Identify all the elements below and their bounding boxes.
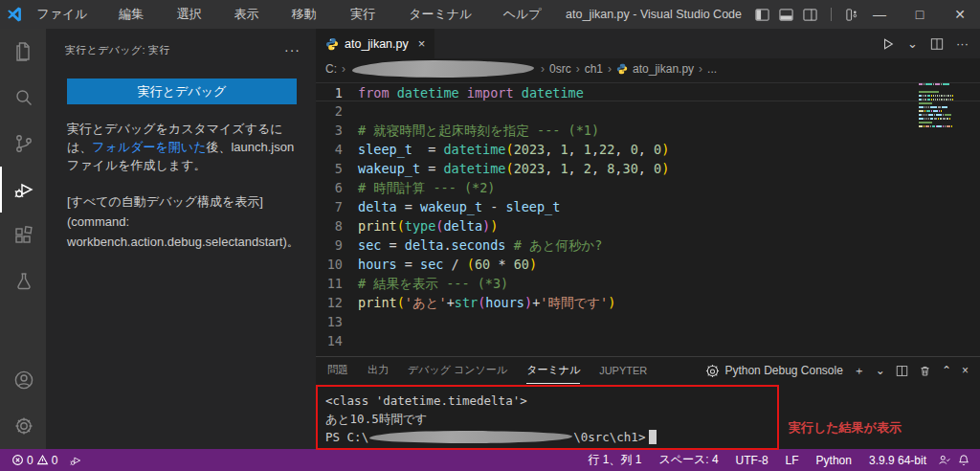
- feedback-icon[interactable]: [938, 454, 951, 467]
- menu-item[interactable]: ヘルプ(H): [495, 0, 566, 29]
- new-terminal-icon[interactable]: ＋: [854, 363, 865, 379]
- toggle-secondary-sidebar-icon[interactable]: [803, 8, 817, 22]
- panel-tab[interactable]: ターミナル: [526, 357, 580, 384]
- code-line: 2: [316, 101, 980, 121]
- warning-count: 0: [52, 454, 58, 467]
- run-dropdown-icon[interactable]: ⌄: [907, 36, 918, 51]
- sidebar-item-search[interactable]: [0, 75, 46, 121]
- minimap-line: [919, 129, 953, 131]
- breadcrumb-0src[interactable]: 0src: [549, 62, 571, 76]
- maximize-panel-icon[interactable]: ⌃: [942, 364, 951, 377]
- terminal-cursor: [649, 430, 657, 444]
- activity-bar: [0, 29, 46, 449]
- line-number: 6: [316, 178, 358, 197]
- sidebar-item-extensions[interactable]: [0, 213, 46, 258]
- sidebar-item-settings[interactable]: [0, 403, 46, 449]
- chevron-right-icon: ›: [576, 62, 580, 76]
- close-panel-icon[interactable]: ×: [962, 364, 969, 377]
- panel-tab[interactable]: 問題: [327, 357, 348, 384]
- editor-more-icon[interactable]: ···: [956, 36, 969, 51]
- code-line: 6# 時間計算 --- (*2): [316, 178, 980, 197]
- breadcrumb-ch1[interactable]: ch1: [585, 62, 603, 76]
- extensions-icon: [12, 224, 35, 247]
- minimap-line: [919, 99, 953, 101]
- vscode-window: ファイル(F)編集(E)選択(S)表示(V)移動(G)実行(R)ターミナル(T)…: [0, 0, 980, 471]
- line-number: 11: [316, 274, 358, 293]
- panel-tab[interactable]: JUPYTER: [599, 357, 647, 384]
- run-and-debug-button[interactable]: 実行とデバッグ: [67, 78, 297, 104]
- status-item[interactable]: 3.9.9 64-bit: [863, 449, 932, 471]
- minimap[interactable]: [919, 83, 953, 137]
- minimap-line: [919, 102, 953, 104]
- sidebar-item-testing[interactable]: [0, 258, 46, 304]
- line-number: 14: [316, 331, 358, 350]
- breadcrumb-symbol-more[interactable]: ...: [707, 62, 717, 76]
- line-number: 9: [316, 236, 358, 255]
- sidebar-item-account[interactable]: [0, 357, 46, 403]
- tab-close-icon[interactable]: ×: [418, 36, 426, 51]
- toggle-panel-icon[interactable]: [779, 8, 793, 22]
- status-item[interactable]: LF: [780, 449, 805, 471]
- tab-ato-jikan[interactable]: ato_jikan.py ×: [316, 29, 435, 58]
- close-button[interactable]: ✕: [940, 0, 980, 29]
- code-line: 8print(type(delta)): [316, 216, 980, 236]
- sidebar-item-run-and-debug[interactable]: [0, 167, 46, 213]
- menu-item[interactable]: 移動(G): [283, 0, 343, 29]
- terminal-dropdown-icon[interactable]: ⌄: [876, 364, 885, 377]
- sidebar-more-icon[interactable]: ···: [284, 42, 301, 57]
- menu-item[interactable]: ターミナル(T): [400, 0, 495, 29]
- terminal-profile[interactable]: Python Debug Console: [705, 364, 842, 378]
- panel-tab[interactable]: デバッグ コンソール: [408, 357, 507, 384]
- chevron-right-icon: ›: [541, 62, 545, 76]
- problems-status[interactable]: 0 0: [8, 449, 61, 471]
- minimap-line: [919, 106, 953, 108]
- open-folder-link[interactable]: フォルダーを開いた: [92, 140, 206, 154]
- menu-item[interactable]: 選択(S): [167, 0, 225, 29]
- python-debug-console-icon: [705, 364, 720, 378]
- menu-bar: ファイル(F)編集(E)選択(S)表示(V)移動(G)実行(R)ターミナル(T)…: [28, 0, 566, 29]
- minimap-line: [919, 122, 953, 123]
- error-count: 0: [27, 454, 33, 467]
- command-line-2: workbench.action.debug.selectandstart)。: [67, 232, 297, 252]
- code-line: 1from datetime import datetime: [316, 82, 980, 101]
- toggle-sidebar-icon[interactable]: [755, 8, 769, 22]
- sidebar-title: 実行とデバッグ: 実行: [65, 43, 170, 57]
- notifications-bell-icon[interactable]: [957, 454, 970, 467]
- code-line: 3# 就寝時間と起床時刻を指定 --- (*1): [316, 121, 980, 140]
- debug-status[interactable]: [65, 449, 86, 471]
- auto-debug-block: [すべての自動デバッグ構成を表示] (command: workbench.ac…: [67, 191, 297, 252]
- sidebar-item-explorer[interactable]: [0, 29, 46, 75]
- menu-item[interactable]: ファイル(F): [28, 0, 110, 29]
- annotation-text: 実行した結果が表示: [789, 419, 902, 437]
- menu-item[interactable]: 実行(R): [342, 0, 400, 29]
- breadcrumb-file[interactable]: ato_jikan.py: [633, 62, 694, 76]
- split-terminal-icon[interactable]: [896, 365, 908, 377]
- source-control-icon: [12, 132, 35, 155]
- breadcrumb[interactable]: C: › › 0src › ch1 › ato_jikan.py › ...: [316, 58, 980, 79]
- auto-debug-link[interactable]: [すべての自動デバッグ構成を表示]: [67, 191, 297, 212]
- status-item[interactable]: 行 1、列 1: [582, 449, 647, 471]
- editor-actions: ⌄ ···: [881, 29, 980, 58]
- customize-layout-icon[interactable]: [845, 8, 859, 22]
- minimap-line: [919, 118, 953, 120]
- sidebar-item-source-control[interactable]: [0, 121, 46, 167]
- kill-terminal-trash-icon[interactable]: [919, 365, 931, 377]
- code-editor[interactable]: 1from datetime import datetime23# 就寝時間と起…: [316, 79, 980, 356]
- status-item[interactable]: UTF-8: [730, 449, 774, 471]
- menu-item[interactable]: 表示(V): [226, 0, 283, 29]
- debug-description: 実行とデバッグをカスタマイズするには、フォルダーを開いた後、launch.jso…: [67, 120, 297, 174]
- split-editor-icon[interactable]: [930, 37, 944, 51]
- maximize-button[interactable]: □: [900, 0, 940, 29]
- menu-item[interactable]: 編集(E): [110, 0, 167, 29]
- status-item[interactable]: スペース: 4: [653, 449, 724, 471]
- code-line: 5wakeup_t = datetime(2023, 1, 2, 8,30, 0…: [316, 159, 980, 178]
- run-and-debug-icon: [12, 178, 35, 201]
- panel-tab[interactable]: 出力: [368, 357, 389, 384]
- minimize-button[interactable]: —: [859, 0, 900, 29]
- terminal-output[interactable]: <class 'datetime.timedelta'>あと10.5時間ですPS…: [316, 384, 980, 446]
- status-item[interactable]: Python: [811, 449, 858, 471]
- warning-icon: [36, 454, 49, 466]
- run-python-file-icon[interactable]: [881, 37, 895, 51]
- breadcrumb-drive[interactable]: C:: [325, 62, 337, 76]
- redacted-path-scribble: [352, 60, 534, 78]
